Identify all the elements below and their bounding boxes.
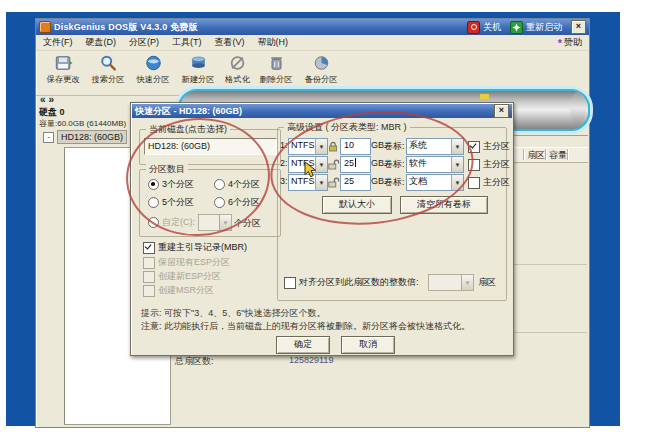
- chevron-down-icon: ▼: [219, 215, 231, 230]
- create-msr-checkbox[interactable]: 创建MSR分区: [143, 284, 214, 297]
- menu-file[interactable]: 文件(F): [43, 36, 73, 49]
- tree-collapse-icon[interactable]: -: [43, 132, 54, 143]
- toolbar-new-partition[interactable]: 新建分区: [176, 53, 220, 86]
- restart-label: 重新启动: [526, 21, 562, 34]
- clear-labels-button[interactable]: 清空所有卷标: [400, 196, 488, 214]
- screenshot-stage: DiskGenius DOS版 V4.3.0 免费版 关机 重新启动 × 文件(…: [0, 0, 646, 432]
- rebuild-mbr-checkbox[interactable]: 重建主引导记录(MBR): [143, 241, 247, 254]
- chevron-down-icon: ▼: [461, 275, 473, 290]
- shutdown-button[interactable]: 关机: [467, 21, 501, 34]
- fs-type-combo-2[interactable]: NTFS ▼: [288, 156, 328, 173]
- table-row-line: [513, 332, 587, 333]
- toolbar-format[interactable]: 格式化: [221, 53, 253, 86]
- menu-view[interactable]: 查看(V): [215, 36, 245, 49]
- checkbox-label: 创建新ESP分区: [158, 270, 221, 283]
- fs-type-value: NTFS: [289, 175, 316, 188]
- volume-label-caption: 卷标:: [384, 140, 405, 153]
- volume-name-combo-1[interactable]: 系统 ▼: [406, 138, 464, 155]
- chevron-down-icon: ▼: [315, 139, 327, 154]
- menu-bar: 文件(F) 硬盘(D) 分区(P) 工具(T) 查看(V) 帮助(H) * 赞助: [36, 35, 589, 51]
- format-icon: [226, 53, 248, 73]
- fs-type-combo-3[interactable]: NTFS ▼: [288, 174, 328, 191]
- toolbar-save-changes[interactable]: 保存更改: [41, 53, 85, 86]
- toolbar-label: 备份分区: [304, 74, 337, 86]
- lock-open-icon[interactable]: [328, 174, 340, 185]
- size-unit: GB: [371, 176, 384, 186]
- radio-label: 自定(C):: [162, 216, 195, 229]
- column-separator: [523, 149, 524, 160]
- trash-icon: [265, 53, 287, 73]
- sponsor-link[interactable]: * 赞助: [558, 36, 582, 49]
- checkbox-label: 主分区: [483, 176, 510, 189]
- disk-bar-label-mark: [480, 94, 489, 99]
- volume-name-combo-2[interactable]: 软件 ▼: [406, 156, 464, 173]
- volume-name-value: 系统: [407, 139, 452, 152]
- create-esp-checkbox[interactable]: 创建新ESP分区: [143, 270, 221, 283]
- custom-count-combo[interactable]: ▼: [198, 214, 232, 231]
- size-value: 10: [344, 140, 354, 150]
- dialog-close-button[interactable]: ×: [494, 104, 509, 118]
- window-titlebar: DiskGenius DOS版 V4.3.0 免费版 关机 重新启动 ×: [36, 19, 589, 35]
- sponsor-label: 赞助: [564, 36, 582, 49]
- radio-custom-count[interactable]: 自定(C):: [148, 216, 195, 229]
- size-input-3[interactable]: 25: [340, 174, 371, 191]
- align-sectors-combo[interactable]: ▼: [428, 274, 474, 291]
- primary-partition-checkbox-3[interactable]: 主分区: [468, 176, 510, 189]
- row-index: 3:: [280, 176, 288, 186]
- radio-icon: [214, 197, 225, 208]
- primary-partition-checkbox-2[interactable]: 主分区: [468, 158, 510, 171]
- menu-disk[interactable]: 硬盘(D): [86, 36, 117, 49]
- toolbar-label: 格式化: [225, 74, 250, 86]
- cancel-button[interactable]: 取消: [341, 336, 395, 354]
- next-disk-button[interactable]: »: [49, 94, 55, 105]
- primary-partition-checkbox-1[interactable]: 主分区: [468, 140, 510, 153]
- radio-icon: [214, 179, 225, 190]
- toolbar-label: 快速分区: [136, 74, 169, 86]
- warning-text: 注意: 此功能执行后，当前磁盘上的现有分区将被删除。新分区将会被快速格式化。: [141, 320, 470, 333]
- size-value: 25: [344, 176, 354, 186]
- quick-partition-dialog: 快速分区 - HD128: (60GB) × 当前磁盘(点击选择) HD128:…: [130, 102, 514, 356]
- window-close-button[interactable]: ×: [571, 20, 586, 34]
- menu-tools[interactable]: 工具(T): [172, 36, 202, 49]
- menu-help[interactable]: 帮助(H): [258, 36, 289, 49]
- default-size-button[interactable]: 默认大小: [322, 196, 392, 214]
- keep-esp-checkbox[interactable]: 保留现有ESP分区: [143, 256, 230, 269]
- advanced-settings-legend: 高级设置 ( 分区表类型: MBR ): [284, 121, 410, 134]
- size-input-2[interactable]: 25: [340, 156, 371, 173]
- dialog-titlebar: 快速分区 - HD128: (60GB) ×: [132, 104, 512, 118]
- chevron-down-icon: ▼: [315, 175, 327, 190]
- fs-type-combo-1[interactable]: NTFS ▼: [288, 138, 328, 155]
- radio-5-partitions[interactable]: 5个分区: [148, 196, 194, 209]
- checkbox-icon: [284, 277, 296, 289]
- toolbar-backup-partition[interactable]: 备份分区: [299, 53, 343, 86]
- pie-disk-icon: [310, 53, 332, 73]
- checkbox-icon: [143, 271, 155, 283]
- window-title: DiskGenius DOS版 V4.3.0 免费版: [54, 21, 464, 34]
- checkbox-icon: [143, 285, 155, 297]
- checkbox-label: 对齐分区到此扇区数的整数倍:: [299, 276, 419, 289]
- current-disk-value[interactable]: HD128: (60GB): [144, 138, 277, 155]
- toolbar-delete-partition[interactable]: 删除分区: [254, 53, 298, 86]
- custom-count-suffix: 个分区: [234, 217, 261, 230]
- restart-button[interactable]: 重新启动: [510, 21, 562, 34]
- chevron-down-icon: ▼: [451, 175, 463, 190]
- column-capacity: 容量: [549, 149, 567, 162]
- toolbar-quick-partition[interactable]: 快速分区: [131, 53, 175, 86]
- align-partition-checkbox[interactable]: 对齐分区到此扇区数的整数倍:: [284, 276, 419, 289]
- prev-disk-button[interactable]: «: [40, 94, 46, 105]
- globe-icon: [142, 53, 164, 73]
- ok-button[interactable]: 确定: [276, 336, 330, 354]
- lock-open-icon[interactable]: [328, 156, 340, 167]
- lock-closed-icon[interactable]: [328, 138, 340, 149]
- volume-name-combo-3[interactable]: 文档 ▼: [406, 174, 464, 191]
- radio-4-partitions[interactable]: 4个分区: [214, 178, 260, 191]
- toolbar-search-partition[interactable]: 搜索分区: [86, 53, 130, 86]
- radio-3-partitions[interactable]: 3个分区: [148, 178, 194, 191]
- disk-tree-item[interactable]: - HD128: (60GB): [43, 130, 127, 144]
- volume-label-caption: 卷标:: [384, 176, 405, 189]
- radio-6-partitions[interactable]: 6个分区: [214, 196, 260, 209]
- menu-partition[interactable]: 分区(P): [129, 36, 159, 49]
- chevron-down-icon: ▼: [451, 157, 463, 172]
- checkbox-icon: [468, 159, 480, 171]
- size-input-1[interactable]: 10: [340, 138, 371, 155]
